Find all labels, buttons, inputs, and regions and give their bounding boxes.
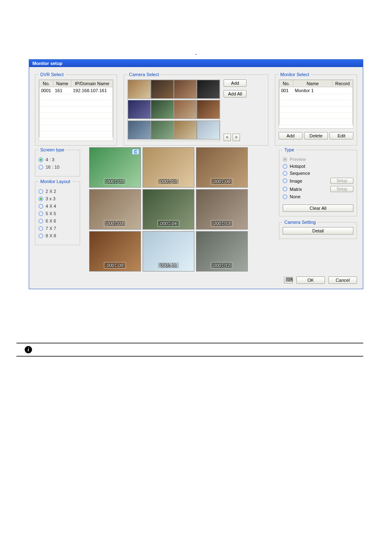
add-all-cameras-button[interactable]: Add All [224, 90, 247, 97]
radio-label: 6 X 6 [46, 218, 56, 223]
radio-icon [283, 164, 287, 169]
monitor-add-button[interactable]: Add [279, 132, 302, 139]
radio-label: Image [290, 179, 302, 183]
camera-thumb[interactable] [128, 121, 151, 139]
type-option[interactable]: ImageSetup [283, 178, 353, 184]
camera-thumb[interactable] [128, 80, 151, 99]
type-group: Type PreviewHotspotSequenceImageSetupMat… [279, 147, 357, 216]
preview-cell[interactable]: 0001-13 [196, 189, 248, 230]
camera-thumb[interactable] [151, 80, 174, 99]
radio-label: 5 X 5 [46, 211, 56, 216]
camera-thumb[interactable] [174, 121, 197, 139]
type-option[interactable]: None [283, 194, 353, 199]
monitor-layout-option[interactable]: 5 X 5 [39, 211, 76, 216]
preview-cell[interactable]: 0001-11 [143, 231, 194, 272]
monitor-layout-option[interactable]: 7 X 7 [39, 226, 76, 231]
preview-cell[interactable]: 0001-12 [196, 231, 248, 272]
preview-area: C0001-010001-020001-060001-030001-040001… [87, 147, 272, 272]
camera-thumb[interactable] [197, 121, 220, 139]
camera-thumb[interactable] [174, 80, 197, 99]
type-option[interactable]: Hotspot [283, 164, 353, 169]
radio-label: Hotspot [290, 164, 305, 169]
monitor-layout-option[interactable]: 8 X 8 [39, 233, 76, 238]
monitor-layout-option[interactable]: 6 X 6 [39, 218, 76, 223]
monitor-setup-dialog: Monitor setup DVR Select No. Name IP/Dom… [29, 59, 363, 289]
keyboard-icon[interactable] [284, 277, 293, 283]
preview-cell[interactable]: 0001-06 [196, 147, 248, 188]
camera-thumb[interactable] [151, 121, 174, 139]
preview-cell[interactable]: 0001-09 [89, 231, 141, 272]
prev-page-button[interactable]: < [224, 134, 231, 141]
camera-select-group: Camera Select [124, 72, 268, 146]
monitor-header-no: No. [279, 80, 293, 87]
radio-label: 4 X 4 [46, 204, 56, 209]
preview-cell-label: 0001-13 [211, 220, 233, 227]
monitor-layout-group: Monitor Layout 2 X 23 x 34 X 45 X 56 X 6… [35, 179, 80, 245]
radio-icon [39, 189, 43, 194]
radio-icon [283, 157, 287, 162]
radio-icon [39, 204, 43, 209]
monitor-layout-option[interactable]: 3 x 3 [39, 196, 76, 201]
radio-label: Matrix [290, 187, 302, 192]
type-option[interactable]: MatrixSetup [283, 186, 353, 192]
radio-label: Preview [290, 157, 306, 162]
preview-cell[interactable]: C0001-01 [89, 147, 141, 188]
clear-all-button[interactable]: Clear All [283, 204, 353, 212]
camera-setting-group: Camera Setting Detail [279, 220, 357, 239]
info-icon: i [25, 346, 32, 353]
radio-icon [283, 187, 287, 191]
dvr-header-no: No. [39, 80, 53, 87]
screen-type-option[interactable]: 4 : 3 [39, 157, 76, 162]
radio-icon [39, 165, 43, 169]
radio-icon [283, 179, 287, 183]
preview-cell-label: 0001-04 [157, 220, 180, 227]
monitor-delete-button[interactable]: Delete [304, 132, 328, 139]
screen-type-legend: Screen type [39, 147, 66, 152]
cancel-button[interactable]: Cancel [328, 276, 357, 284]
radio-icon [283, 195, 287, 199]
preview-cell[interactable]: 0001-02 [143, 147, 194, 188]
dvr-table[interactable]: No. Name IP/Domain Name 0001 161 192.168… [39, 79, 113, 141]
setup-button[interactable]: Setup [330, 178, 353, 184]
detail-button[interactable]: Detail [283, 227, 353, 234]
monitor-header-name: Name [293, 80, 332, 87]
radio-icon [39, 158, 43, 162]
table-row[interactable]: 0001 161 192.168.107.161 [39, 87, 113, 94]
dvr-select-legend: DVR Select [39, 72, 65, 77]
page-link[interactable] [0, 0, 392, 59]
dvr-header-name: Name [53, 80, 71, 87]
preview-cell-label: 0001-11 [157, 262, 180, 269]
camera-thumb[interactable] [197, 100, 220, 119]
screen-type-option[interactable]: 16 : 10 [39, 165, 76, 169]
preview-cell-label: 0001-12 [211, 262, 233, 269]
preview-cell[interactable]: 0001-04 [143, 189, 194, 230]
add-camera-button[interactable]: Add [224, 79, 247, 87]
monitor-edit-button[interactable]: Edit [330, 132, 353, 139]
dvr-header-ip: IP/Domain Name [71, 80, 113, 87]
type-legend: Type [283, 147, 296, 152]
radio-label: 7 X 7 [46, 226, 56, 231]
monitor-layout-option[interactable]: 2 X 2 [39, 189, 76, 194]
screen-type-group: Screen type 4 : 316 : 10 [35, 147, 80, 176]
ok-button[interactable]: OK [296, 276, 325, 284]
radio-icon [283, 171, 287, 176]
radio-icon [39, 197, 43, 201]
table-row[interactable]: 001 Monitor 1 [279, 87, 353, 94]
next-page-button[interactable]: > [233, 134, 240, 141]
preview-cell[interactable]: 0001-03 [89, 189, 141, 230]
type-option[interactable]: Sequence [283, 171, 353, 176]
camera-setting-legend: Camera Setting [283, 220, 317, 225]
radio-icon [39, 219, 43, 223]
setup-button[interactable]: Setup [330, 186, 353, 192]
monitor-select-group: Monitor Select No. Name Record [275, 72, 357, 146]
monitor-header-record: Record [332, 80, 353, 87]
camera-thumb[interactable] [174, 100, 197, 119]
preview-cell-label: 0001-02 [157, 178, 180, 185]
monitor-layout-option[interactable]: 4 X 4 [39, 204, 76, 209]
camera-thumb[interactable] [128, 100, 151, 119]
camera-thumb[interactable] [197, 80, 220, 99]
monitor-table[interactable]: No. Name Record 001 Monitor 1 [279, 79, 353, 129]
refresh-icon[interactable]: C [132, 149, 139, 155]
camera-thumb[interactable] [151, 100, 174, 119]
dvr-select-group: DVR Select No. Name IP/Domain Name [35, 72, 117, 146]
